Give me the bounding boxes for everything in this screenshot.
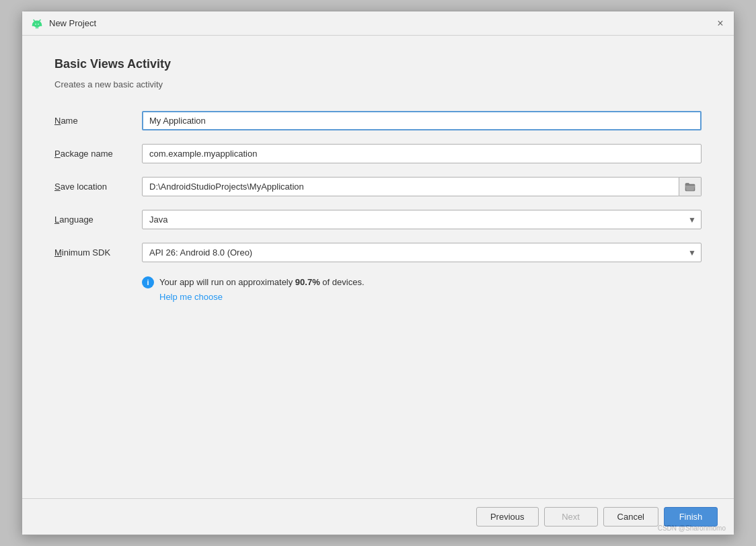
section-title: Basic Views Activity: [54, 57, 702, 71]
language-select-wrapper: Java Kotlin ▼: [142, 210, 702, 229]
language-control: Java Kotlin ▼: [142, 210, 702, 229]
save-location-input-group: [142, 177, 702, 196]
info-row: i Your app will run on approximately 90.…: [142, 276, 702, 302]
name-row: Name: [54, 111, 702, 130]
minimum-sdk-label: Minimum SDK: [54, 247, 142, 258]
browse-folder-button[interactable]: [679, 177, 702, 196]
finish-button[interactable]: Finish: [664, 507, 718, 526]
close-button[interactable]: ×: [715, 18, 726, 29]
svg-rect-7: [32, 23, 34, 26]
svg-rect-10: [38, 26, 39, 28]
info-message-suffix: of devices.: [320, 277, 365, 287]
info-content: Your app will run on approximately 90.7%…: [159, 276, 365, 302]
save-location-control: [142, 177, 702, 196]
title-bar: New Project ×: [22, 11, 734, 36]
svg-rect-9: [36, 26, 37, 28]
name-label-text: Name: [54, 116, 78, 126]
package-name-label: Package name: [54, 149, 142, 159]
svg-point-5: [38, 24, 39, 25]
info-message-prefix: Your app will run on approximately: [159, 277, 295, 287]
minimum-sdk-control: API 26: Android 8.0 (Oreo) API 21: Andro…: [142, 243, 702, 262]
previous-button[interactable]: Previous: [476, 507, 539, 526]
minimum-sdk-select[interactable]: API 26: Android 8.0 (Oreo) API 21: Andro…: [142, 243, 702, 262]
language-label: Language: [54, 214, 142, 225]
dialog-title: New Project: [49, 18, 715, 28]
cancel-button[interactable]: Cancel: [603, 507, 658, 526]
language-label-text: Language: [54, 214, 93, 225]
help-me-choose-link[interactable]: Help me choose: [159, 292, 365, 302]
section-subtitle: Creates a new basic activity: [54, 79, 702, 89]
save-location-input[interactable]: [142, 177, 679, 196]
save-location-label-text: Save location: [54, 182, 107, 192]
package-name-label-text: Package name: [54, 149, 113, 159]
minimum-sdk-label-text: Minimum SDK: [54, 247, 110, 258]
svg-rect-8: [40, 23, 42, 26]
svg-line-3: [39, 20, 40, 22]
dialog-footer: Previous Next Cancel Finish: [22, 498, 734, 535]
language-row: Language Java Kotlin ▼: [54, 210, 702, 229]
language-select[interactable]: Java Kotlin: [142, 210, 702, 229]
package-name-control: [142, 144, 702, 163]
next-button[interactable]: Next: [544, 507, 598, 526]
info-percent: 90.7%: [295, 277, 320, 287]
name-control: [142, 111, 702, 130]
info-text: Your app will run on approximately 90.7%…: [159, 276, 365, 289]
svg-point-4: [35, 24, 36, 25]
package-name-row: Package name: [54, 144, 702, 163]
folder-icon: [685, 182, 695, 192]
watermark: CSDN @Sharonmomo: [658, 524, 726, 532]
dialog-content: Basic Views Activity Creates a new basic…: [22, 36, 734, 498]
save-location-row: Save location: [54, 177, 702, 196]
name-label: Name: [54, 116, 142, 126]
android-icon: [30, 17, 44, 30]
minimum-sdk-select-wrapper: API 26: Android 8.0 (Oreo) API 21: Andro…: [142, 243, 702, 262]
info-icon: i: [142, 276, 154, 288]
name-input[interactable]: [142, 111, 702, 130]
svg-line-2: [34, 20, 35, 22]
new-project-dialog: New Project × Basic Views Activity Creat…: [22, 11, 734, 535]
package-name-input[interactable]: [142, 144, 702, 163]
save-location-label: Save location: [54, 182, 142, 192]
minimum-sdk-row: Minimum SDK API 26: Android 8.0 (Oreo) A…: [54, 243, 702, 262]
